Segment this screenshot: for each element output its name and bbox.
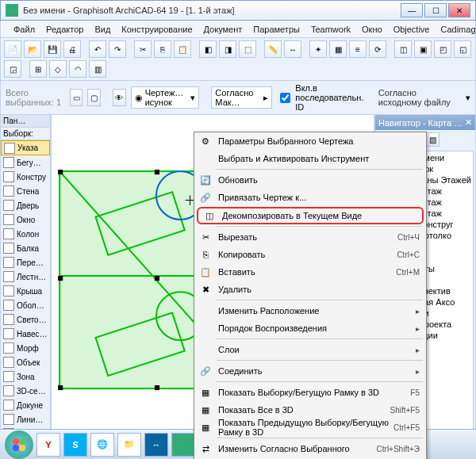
shell-icon[interactable]: ◠ xyxy=(69,60,86,78)
nav-close-icon[interactable]: ✕ xyxy=(465,117,472,128)
ctx-item-15[interactable]: Слои▸ xyxy=(194,341,426,358)
ctx-item-7[interactable]: ✂ВырезатьCtrl+Ч xyxy=(194,228,426,246)
menu-window[interactable]: Окно xyxy=(357,22,387,36)
accord-dd[interactable]: Согласно Мак…▸ xyxy=(211,86,272,109)
tool-15[interactable]: Объек xyxy=(1,355,50,369)
sectd-icon[interactable]: ◱ xyxy=(454,40,471,58)
tool-8[interactable]: Перер… xyxy=(1,255,50,270)
save-icon[interactable]: 💾 xyxy=(44,40,61,58)
ctx-item-10[interactable]: ✖Удалить xyxy=(194,281,426,298)
tool-a-icon[interactable]: ◧ xyxy=(199,40,217,58)
tool-17[interactable]: 3D-се… xyxy=(1,384,50,398)
menu-editor[interactable]: Редактор xyxy=(41,22,88,36)
task-yandex[interactable]: Y xyxy=(36,433,60,457)
tool-label: Констру xyxy=(17,173,46,182)
morph-icon[interactable]: ◇ xyxy=(49,60,67,78)
tool-18[interactable]: Докуне xyxy=(1,398,50,412)
menu-teamwork[interactable]: Teamwork xyxy=(306,22,355,36)
task-skype[interactable]: S xyxy=(63,433,87,457)
tool-0[interactable]: Указа xyxy=(1,140,50,155)
paste-icon[interactable]: 📋 xyxy=(174,40,191,58)
ctx-item-3[interactable]: 🔄Обновить xyxy=(194,171,426,189)
nav-icon-d[interactable]: ▧ xyxy=(425,132,440,147)
rotate-icon[interactable]: ⟳ xyxy=(369,40,386,58)
tool-12[interactable]: Свето… xyxy=(1,312,50,327)
tool-3[interactable]: Стена xyxy=(1,184,50,198)
ctx-label: Порядок Воспроизведения xyxy=(213,323,416,333)
tool-7[interactable]: Балка xyxy=(1,241,50,255)
tool-5[interactable]: Окно xyxy=(1,212,50,227)
dim-icon[interactable]: ↔ xyxy=(284,40,301,58)
ctx-item-4[interactable]: 🔗Привязать Чертеж к... xyxy=(194,189,426,206)
ctx-item-12[interactable]: Изменить Расположение▸ xyxy=(194,302,426,319)
curtain-icon[interactable]: ▥ xyxy=(89,60,106,78)
tool-13[interactable]: Навес… xyxy=(1,327,50,341)
menu-params[interactable]: Параметры xyxy=(248,22,305,36)
sectb-icon[interactable]: ▣ xyxy=(414,40,432,58)
ctx-item-21[interactable]: ▦Показать Предыдущую Выборку/Бегущую Рам… xyxy=(194,419,426,436)
chevron-down-icon[interactable]: ▾ xyxy=(466,93,470,103)
tool-6[interactable]: Колон xyxy=(1,227,50,241)
sectc-icon[interactable]: ◰ xyxy=(434,40,451,58)
close-button[interactable]: ✕ xyxy=(448,3,470,17)
cut-icon[interactable]: ✂ xyxy=(134,40,152,58)
redo-icon[interactable]: ↷ xyxy=(109,40,126,58)
menu-view[interactable]: Вид xyxy=(90,22,115,36)
undo-icon[interactable]: ↶ xyxy=(89,40,106,58)
sel2-icon[interactable]: ▢ xyxy=(87,89,101,106)
eye-icon[interactable]: 👁 xyxy=(113,89,126,106)
ctx-item-20[interactable]: ▦Показать Все в 3DShift+F5 xyxy=(194,401,426,419)
task-teamviewer[interactable]: ↔ xyxy=(144,433,168,457)
sel-icon[interactable]: ▭ xyxy=(70,89,83,106)
task-explorer[interactable]: 📁 xyxy=(117,433,141,457)
tool-c-icon[interactable]: ⬚ xyxy=(239,40,256,58)
menu-construct[interactable]: Конструирование xyxy=(117,22,197,36)
tool-16[interactable]: Зона xyxy=(1,369,50,384)
minimize-button[interactable]: — xyxy=(401,3,423,17)
maximize-button[interactable]: ☐ xyxy=(424,3,447,17)
ctx-item-0[interactable]: ⚙Параметры Выбранного Чертежа xyxy=(194,132,426,150)
ctx-item-17[interactable]: 🔗Соединить▸ xyxy=(194,362,426,380)
grid-icon[interactable]: ▦ xyxy=(329,40,347,58)
ctx-item-5[interactable]: ◫Декомпозировать в Текущем Виде xyxy=(197,207,424,224)
ctx-icon: ⇄ xyxy=(198,444,213,454)
tool-9[interactable]: Лестн… xyxy=(1,270,50,284)
ruler-icon[interactable]: 📏 xyxy=(264,40,282,58)
snap-icon[interactable]: ✦ xyxy=(309,40,327,58)
secta-icon[interactable]: ◫ xyxy=(394,40,412,58)
menu-document[interactable]: Документ xyxy=(199,22,248,36)
ctx-item-19[interactable]: ▦Показать Выборку/Бегущую Рамку в 3DF5 xyxy=(194,384,426,401)
task-chrome[interactable]: 🌐 xyxy=(90,433,114,457)
tool-4[interactable]: Дверь xyxy=(1,198,50,212)
ctx-item-23[interactable]: ⇄Изменить Согласно ВыбранногоCtrl+Shift+… xyxy=(194,440,426,457)
tool-19[interactable]: Лини… xyxy=(1,412,50,426)
tool-b-icon[interactable]: ◨ xyxy=(219,40,236,58)
tool-1[interactable]: Бегу… xyxy=(1,155,50,170)
menu-cadimage[interactable]: Cadimage xyxy=(436,22,476,36)
copy-icon[interactable]: ⎘ xyxy=(154,40,171,58)
tool-label: Колон xyxy=(17,230,39,239)
tool-icon xyxy=(3,157,14,168)
new-icon[interactable]: 📄 xyxy=(4,40,21,58)
print-icon[interactable]: 🖨 xyxy=(63,40,81,58)
ctx-item-8[interactable]: ⎘КопироватьCtrl+С xyxy=(194,246,426,263)
ctx-item-1[interactable]: Выбрать и Активировать Инструмент xyxy=(194,150,426,167)
menu-file[interactable]: Файл xyxy=(9,22,40,36)
tool-2[interactable]: Констру xyxy=(1,170,50,184)
open-icon[interactable]: 📂 xyxy=(24,40,41,58)
tool-14[interactable]: Морф xyxy=(1,341,50,355)
ctx-item-13[interactable]: Порядок Воспроизведения▸ xyxy=(194,319,426,337)
start-button[interactable] xyxy=(5,430,33,459)
tool-10[interactable]: Крыша xyxy=(1,284,50,298)
menu-objective[interactable]: Objective xyxy=(389,22,435,36)
secte-icon[interactable]: ◲ xyxy=(4,60,21,78)
ctx-item-9[interactable]: 📋ВставитьCtrl+М xyxy=(194,263,426,281)
mesh-icon[interactable]: ⊞ xyxy=(29,60,47,78)
id-checkbox[interactable] xyxy=(280,93,290,103)
ctx-shortcut: ▸ xyxy=(416,346,420,354)
toolbox-title: Пан… xyxy=(1,115,50,128)
tool-11[interactable]: Обол… xyxy=(1,298,50,312)
drawing-dd[interactable]: ◉Чертеж…исунок▾ xyxy=(131,86,200,109)
align-icon[interactable]: ≡ xyxy=(349,40,367,58)
task-archicad[interactable] xyxy=(171,433,195,457)
